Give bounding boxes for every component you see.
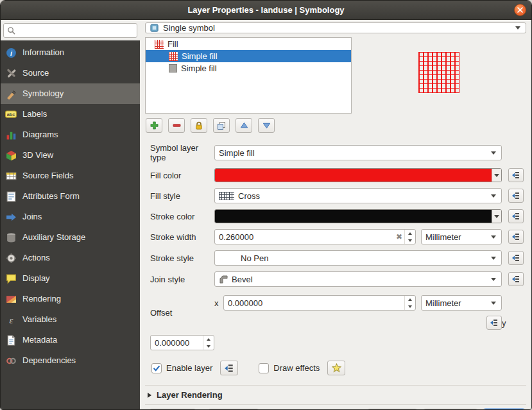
- sidebar-item-actions[interactable]: Actions: [1, 248, 140, 268]
- simple-fill-icon: [169, 52, 178, 61]
- properties-sidebar: i Information Source Symbology abc Label…: [1, 40, 140, 409]
- sidebar-item-symbology[interactable]: Symbology: [1, 83, 140, 104]
- sidebar-item-attributes-form[interactable]: Attributes Form: [1, 186, 140, 207]
- spin-up-button[interactable]: [405, 296, 415, 303]
- sidebar-item-auxiliary-storage[interactable]: Auxiliary Storage: [1, 227, 140, 248]
- join-style-data-defined-button[interactable]: [508, 272, 524, 286]
- close-icon: [517, 7, 523, 13]
- labels-icon: abc: [5, 108, 17, 120]
- sidebar-item-rendering[interactable]: Rendering: [1, 289, 140, 309]
- clear-value-icon[interactable]: ✖: [394, 232, 404, 241]
- fill-color-data-defined-button[interactable]: [508, 168, 524, 182]
- draw-effects-checkbox[interactable]: [259, 363, 269, 373]
- tree-item-label: Fill: [167, 39, 178, 49]
- move-down-button[interactable]: [258, 118, 275, 133]
- lock-color-button[interactable]: [191, 118, 207, 133]
- bevel-join-icon: [219, 275, 228, 284]
- stroke-style-data-defined-button[interactable]: [508, 251, 524, 265]
- sidebar-item-dependencies[interactable]: Dependencies: [1, 350, 140, 371]
- stroke-color-data-defined-button[interactable]: [508, 209, 524, 223]
- offset-y-spinbox[interactable]: 0.000000: [150, 335, 214, 350]
- tree-item-label: Simple fill: [182, 51, 218, 61]
- join-style-select[interactable]: Bevel: [214, 271, 502, 287]
- stroke-width-spinbox[interactable]: 0.260000 ✖: [214, 229, 416, 244]
- close-button[interactable]: [514, 4, 526, 16]
- plus-icon: [150, 121, 159, 130]
- enable-layer-checkbox[interactable]: [151, 363, 162, 373]
- sidebar-item-source[interactable]: Source: [1, 63, 140, 83]
- variables-icon: ε: [5, 314, 17, 325]
- sidebar-item-3d-view[interactable]: 3D View: [1, 145, 140, 166]
- help-button[interactable]: ? Help: [149, 409, 196, 409]
- data-defined-override-icon: [224, 363, 234, 373]
- spin-up-button[interactable]: [203, 336, 214, 343]
- stroke-width-value[interactable]: 0.260000: [219, 232, 394, 242]
- duplicate-symbol-layer-button[interactable]: [213, 118, 230, 133]
- spin-down-button[interactable]: [405, 303, 415, 310]
- symbol-layer-type-value: Simple fill: [219, 148, 255, 158]
- offset-data-defined-button[interactable]: [486, 316, 502, 330]
- stroke-color-button[interactable]: [214, 209, 502, 223]
- apply-button[interactable]: Apply: [367, 409, 418, 409]
- sidebar-item-metadata[interactable]: Metadata: [1, 330, 140, 350]
- layer-rendering-section[interactable]: Layer Rendering: [145, 385, 526, 405]
- fill-style-data-defined-button[interactable]: [508, 189, 524, 203]
- chevron-down-icon[interactable]: [492, 210, 501, 223]
- minus-icon: [173, 121, 181, 130]
- chevron-down-icon[interactable]: [492, 169, 501, 182]
- offset-x-value[interactable]: 0.000000: [228, 298, 404, 308]
- fill-color-button[interactable]: [214, 168, 502, 182]
- sidebar-item-labels[interactable]: abc Labels: [1, 104, 140, 124]
- ok-button[interactable]: OK: [483, 409, 525, 409]
- fill-color-swatch: [215, 169, 492, 182]
- tree-item-fill[interactable]: Fill: [146, 38, 351, 50]
- sidebar-item-variables[interactable]: ε Variables: [1, 309, 140, 330]
- search-box: [3, 23, 137, 38]
- stroke-style-select[interactable]: No Pen: [214, 250, 502, 266]
- stroke-width-unit-value: Millimeter: [425, 232, 461, 242]
- spin-down-button[interactable]: [405, 237, 415, 244]
- style-button[interactable]: Style: [208, 409, 259, 409]
- enable-layer-data-defined-button[interactable]: [220, 361, 238, 375]
- source-fields-icon: [5, 170, 17, 182]
- sidebar-item-source-fields[interactable]: Source Fields: [1, 166, 140, 186]
- symbol-layer-tree: Fill Simple fill Simple fill: [145, 37, 352, 114]
- spin-up-button[interactable]: [405, 230, 415, 237]
- left-column: i Information Source Symbology abc Label…: [1, 20, 140, 409]
- join-style-label: Join style: [150, 275, 214, 284]
- sidebar-item-joins[interactable]: Joins: [1, 207, 140, 227]
- chevron-down-icon: [491, 278, 496, 281]
- lock-icon: [194, 121, 203, 130]
- move-up-button[interactable]: [236, 118, 252, 133]
- stroke-style-value: No Pen: [241, 253, 268, 263]
- actions-icon: [5, 252, 17, 264]
- tree-item-simple-fill-2[interactable]: Simple fill: [146, 62, 351, 74]
- chevron-down-icon: [491, 194, 496, 198]
- symbology-icon: [5, 88, 17, 99]
- search-input[interactable]: [18, 25, 133, 36]
- chevron-down-icon: [491, 257, 496, 260]
- offset-x-spinbox[interactable]: 0.000000: [223, 295, 416, 311]
- stroke-width-data-defined-button[interactable]: [508, 230, 524, 244]
- tree-item-simple-fill-1[interactable]: Simple fill: [146, 50, 351, 62]
- sidebar-item-information[interactable]: i Information: [1, 42, 140, 63]
- fill-style-select[interactable]: Cross: [214, 188, 502, 203]
- stroke-width-unit-select[interactable]: Millimeter: [421, 229, 502, 244]
- offset-unit-select[interactable]: Millimeter: [421, 295, 502, 311]
- effects-options-button[interactable]: [327, 361, 345, 375]
- offset-y-value[interactable]: 0.000000: [155, 338, 203, 348]
- sidebar-item-display[interactable]: Display: [1, 268, 140, 289]
- data-defined-override-icon: [511, 171, 520, 180]
- display-icon: [5, 273, 17, 284]
- sidebar-item-diagrams[interactable]: Diagrams: [1, 124, 140, 145]
- renderer-select[interactable]: Single symbol: [145, 22, 526, 33]
- fill-style-value: Cross: [238, 191, 260, 201]
- stroke-style-label: Stroke style: [150, 253, 214, 263]
- remove-symbol-layer-button[interactable]: [168, 118, 185, 133]
- cancel-button[interactable]: Cancel: [423, 409, 478, 409]
- spin-down-button[interactable]: [203, 343, 214, 350]
- fill-symbol-icon: [155, 40, 164, 49]
- symbol-layer-type-select[interactable]: Simple fill: [214, 145, 502, 160]
- data-defined-override-icon: [511, 232, 520, 241]
- add-symbol-layer-button[interactable]: [146, 118, 162, 133]
